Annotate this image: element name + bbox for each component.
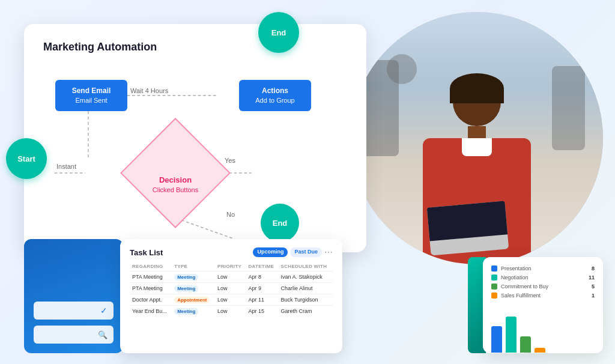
task-card: Task List Upcoming Past Due ⋯ REGARDING … xyxy=(120,239,342,353)
cell-date: Apr 15 xyxy=(246,306,278,317)
legend-dot xyxy=(491,265,497,271)
wait-hours-label: Wait 4 Hours xyxy=(130,87,168,94)
cell-priority: Low xyxy=(215,294,246,306)
chart-card: Presentation 8 Negotiation 11 Commitment… xyxy=(483,257,603,353)
person-figure xyxy=(423,78,531,264)
legend-value: 11 xyxy=(589,275,595,281)
col-type: TYPE xyxy=(172,262,215,271)
legend-item: Sales Fulfillment 1 xyxy=(491,293,595,299)
task-table: REGARDING TYPE PRIORITY DATETIME SCHEDUL… xyxy=(130,262,333,317)
badge-past-due[interactable]: Past Due xyxy=(290,247,322,257)
yes-label: Yes xyxy=(225,157,235,164)
sidebar-input-1[interactable]: ✓ xyxy=(34,302,114,320)
cell-regarding: PTA Meeting xyxy=(130,271,172,283)
bar-group xyxy=(491,326,502,353)
legend-item: Negotiation 11 xyxy=(491,275,595,281)
photo-placeholder xyxy=(351,12,603,264)
automation-card-title: Marketing Automation xyxy=(43,41,347,53)
checkmark-icon: ✓ xyxy=(100,306,108,315)
table-row[interactable]: Doctor Appt. Appointment Low Apr 11 Buck… xyxy=(130,294,333,306)
node-decision-diamond xyxy=(120,118,231,228)
node-end-bottom: End xyxy=(261,204,299,242)
instant-label: Instant xyxy=(56,163,76,170)
cell-with: Charlie Alinut xyxy=(279,283,333,294)
cell-with: Ivan A. Stakopick xyxy=(279,271,333,283)
legend-item: Commitment to Buy 5 xyxy=(491,284,595,290)
legend-dot xyxy=(491,284,497,290)
legend-label: Presentation xyxy=(501,265,532,271)
table-row[interactable]: Year End Bu... Meeting Low Apr 15 Gareth… xyxy=(130,306,333,317)
legend-item: Presentation 8 xyxy=(491,265,595,271)
bar xyxy=(491,326,502,353)
cell-date: Apr 9 xyxy=(246,283,278,294)
col-priority: PRIORITY xyxy=(215,262,246,271)
cell-type: Meeting xyxy=(172,271,215,283)
cell-regarding: PTA Meeting xyxy=(130,283,172,294)
task-more-icon[interactable]: ⋯ xyxy=(324,247,333,257)
search-icon: 🔍 xyxy=(98,330,108,339)
node-start: Start xyxy=(6,138,47,179)
legend-value: 5 xyxy=(592,284,595,290)
col-regarding: REGARDING xyxy=(130,262,172,271)
bar-group xyxy=(506,317,517,353)
task-badge-group: Upcoming Past Due ⋯ xyxy=(253,247,333,257)
legend-label: Sales Fulfillment xyxy=(501,293,541,299)
cell-with: Buck Turgidson xyxy=(279,294,333,306)
bar xyxy=(520,336,531,353)
table-row[interactable]: PTA Meeting Meeting Low Apr 9 Charlie Al… xyxy=(130,283,333,294)
node-actions: Actions Add to Group xyxy=(239,80,311,111)
col-scheduled: SCHEDULED WITH xyxy=(279,262,333,271)
sidebar-input-2[interactable]: 🔍 xyxy=(34,326,114,344)
bar-group xyxy=(535,348,545,353)
legend-value: 8 xyxy=(592,265,595,271)
bar-group xyxy=(520,336,531,353)
badge-upcoming[interactable]: Upcoming xyxy=(253,247,288,257)
cell-regarding: Doctor Appt. xyxy=(130,294,172,306)
cell-date: Apr 8 xyxy=(246,271,278,283)
main-container: Marketing Automation Send Email Em xyxy=(0,0,615,364)
cell-type: Appointment xyxy=(172,294,215,306)
node-end-floating: End xyxy=(258,12,299,53)
flowchart: Send Email Email Sent Wait 4 Hours Insta… xyxy=(43,68,347,248)
legend-dot xyxy=(491,293,497,299)
cell-priority: Low xyxy=(215,271,246,283)
legend-dot xyxy=(491,275,497,281)
cell-with: Gareth Cram xyxy=(279,306,333,317)
cell-type: Meeting xyxy=(172,306,215,317)
cell-regarding: Year End Bu... xyxy=(130,306,172,317)
chart-bars xyxy=(491,305,595,353)
col-datetime: DATETIME xyxy=(246,262,278,271)
cell-priority: Low xyxy=(215,306,246,317)
legend-label: Negotiation xyxy=(501,275,529,281)
bar xyxy=(535,348,545,353)
node-send-email: Send Email Email Sent xyxy=(55,80,127,111)
task-card-header: Task List Upcoming Past Due ⋯ xyxy=(130,247,333,257)
cell-priority: Low xyxy=(215,283,246,294)
cell-type: Meeting xyxy=(172,283,215,294)
legend-value: 1 xyxy=(592,293,595,299)
cell-date: Apr 11 xyxy=(246,294,278,306)
sidebar-panel: ✓ 🔍 xyxy=(24,239,123,353)
bar xyxy=(506,317,517,353)
task-card-title: Task List xyxy=(130,248,163,257)
automation-card: Marketing Automation Send Email Em xyxy=(24,24,366,252)
table-row[interactable]: PTA Meeting Meeting Low Apr 8 Ivan A. St… xyxy=(130,271,333,283)
legend-label: Commitment to Buy xyxy=(501,284,548,290)
chart-legend: Presentation 8 Negotiation 11 Commitment… xyxy=(491,265,595,299)
photo-area xyxy=(351,12,603,264)
no-label: No xyxy=(226,211,235,218)
